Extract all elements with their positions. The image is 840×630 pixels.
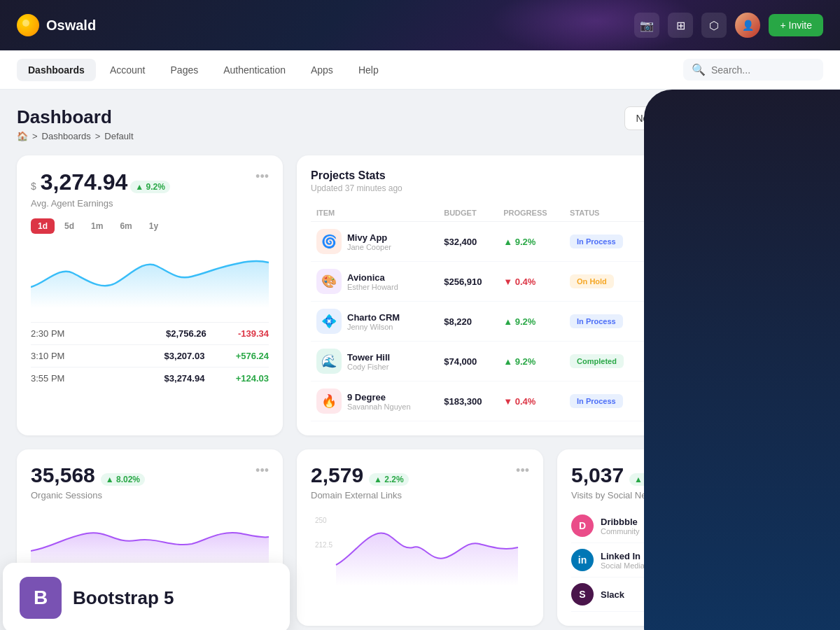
domain-chart: 250 212.5 (311, 509, 529, 593)
search-icon: 🔍 (692, 63, 706, 76)
cell-chart (643, 302, 715, 342)
earnings-label: Avg. Agent Earnings (31, 198, 170, 209)
page-header: Dashboard 🏠 > Dashboards > Default New P… (17, 106, 767, 141)
domain-amount-row: 2,579 ▲ 2.2% (311, 463, 409, 487)
share-icon[interactable]: ⬡ (701, 13, 727, 38)
cell-budget: $32,400 (438, 222, 498, 262)
tab-1d[interactable]: 1d (31, 218, 55, 234)
earnings-header: $ 3,274.94 ▲ 9.2% Avg. Agent Earnings (31, 169, 170, 218)
social-more-icon[interactable]: ••• (740, 463, 753, 478)
cell-view[interactable]: → (716, 302, 753, 342)
earnings-row-2: 3:10 PM $3,207.03 +576.24 (31, 344, 269, 367)
social-name: Slack (601, 589, 692, 600)
projects-header: Projects Stats Updated 37 minutes ago Hi… (311, 169, 753, 193)
view-button[interactable]: → (722, 391, 741, 411)
more-icon[interactable]: ••• (255, 169, 269, 184)
invite-button[interactable]: + Invite (769, 14, 823, 36)
cell-item: 🎨 Avionica Esther Howard (311, 262, 438, 302)
tab-1m[interactable]: 1m (84, 218, 110, 234)
header-actions: New Project Reports (624, 106, 768, 130)
grid-icon[interactable]: ⊞ (668, 13, 693, 38)
svg-text:212.5: 212.5 (315, 541, 332, 549)
cell-view[interactable]: → (716, 382, 753, 421)
logo-icon (17, 14, 39, 36)
social-badge: ▲ 0.2% (713, 588, 753, 601)
projects-updated: Updated 37 minutes ago (311, 183, 402, 193)
reports-button[interactable]: Reports (708, 107, 767, 130)
earnings-row-3: 3:55 PM $3,274.94 +124.03 (31, 367, 269, 389)
cell-budget: $74,000 (438, 342, 498, 382)
tab-5d[interactable]: 5d (57, 218, 81, 234)
earnings-card: $ 3,274.94 ▲ 9.2% Avg. Agent Earnings ••… (17, 155, 283, 435)
earnings-chart (31, 245, 269, 311)
title-section: Dashboard 🏠 > Dashboards > Default (17, 106, 134, 141)
cell-item: 🌀 Mivy App Jane Cooper (311, 222, 438, 262)
view-button[interactable]: → (722, 232, 741, 251)
nav-account[interactable]: Account (99, 59, 157, 81)
cell-progress: ▲ 9.2% (498, 222, 564, 262)
new-project-button[interactable]: New Project (624, 106, 701, 130)
view-button[interactable]: → (722, 312, 741, 331)
social-sub: Community (601, 527, 692, 536)
social-name: Linked In (601, 551, 683, 561)
content-area: Dashboard 🏠 > Dashboards > Default New P… (0, 90, 840, 630)
social-count: 794 (692, 589, 708, 600)
cell-item: 💠 Charto CRM Jenny Wilson (311, 302, 438, 342)
currency-symbol: $ (31, 181, 36, 192)
page-title: Dashboard (17, 106, 134, 128)
view-button[interactable]: → (722, 351, 741, 371)
breadcrumb-default: Default (104, 131, 133, 141)
col-chart: CHART (643, 204, 715, 222)
bootstrap-promo: B Bootstrap 5 (3, 563, 290, 630)
breadcrumb: 🏠 > Dashboards > Default (17, 131, 134, 141)
domain-label: Domain External Links (311, 490, 529, 500)
domain-badge: ▲ 2.2% (369, 473, 409, 486)
nav-dashboards[interactable]: Dashboards (17, 59, 96, 81)
social-info: Slack (601, 589, 692, 600)
cell-chart (643, 262, 715, 302)
cell-status: In Process (564, 302, 643, 342)
cell-status: In Process (564, 382, 643, 421)
domain-more-icon[interactable]: ••• (516, 463, 529, 478)
sessions-more-icon[interactable]: ••• (255, 463, 269, 478)
organic-sessions-card: 35,568 ▲ 8.02% ••• Organic Sessions (17, 449, 283, 626)
table-row: 💠 Charto CRM Jenny Wilson $8,220 ▲ 9.2% … (311, 302, 753, 342)
nav-help[interactable]: Help (347, 59, 390, 81)
camera-icon[interactable]: 📷 (634, 13, 659, 38)
social-badge: ▲ 2.2% (629, 473, 669, 486)
cell-view[interactable]: → (716, 222, 753, 262)
history-button[interactable]: History (709, 169, 753, 188)
search-input[interactable] (711, 64, 815, 76)
earnings-value: 3,274.94 (41, 169, 128, 195)
secondary-nav: Dashboards Account Pages Authentication … (0, 50, 840, 90)
time-2: 3:10 PM (31, 351, 133, 361)
nav-pages[interactable]: Pages (160, 59, 210, 81)
earnings-badge: ▲ 9.2% (130, 181, 170, 193)
avatar[interactable]: 👤 (735, 13, 760, 38)
domain-links-card: 2,579 ▲ 2.2% ••• Domain External Links 2… (297, 449, 543, 626)
social-value: 5,037 (571, 463, 624, 487)
topbar: Oswald 📷 ⊞ ⬡ 👤 + Invite (0, 0, 840, 50)
nav-authentication[interactable]: Authentication (212, 59, 297, 81)
nav-apps[interactable]: Apps (300, 59, 344, 81)
cell-budget: $183,300 (438, 382, 498, 421)
cell-view[interactable]: → (716, 262, 753, 302)
sessions-amount-row: 35,568 ▲ 8.02% (31, 463, 145, 487)
social-icon: in (571, 549, 594, 571)
sessions-header: 35,568 ▲ 8.02% ••• (31, 463, 269, 487)
breadcrumb-home: 🏠 (17, 131, 28, 141)
change-3: +124.03 (236, 373, 269, 384)
social-item: S Slack 794 ▲ 0.2% (571, 578, 753, 612)
sessions-value: 35,568 (31, 463, 95, 487)
cell-status: In Process (564, 222, 643, 262)
tab-1y[interactable]: 1y (142, 218, 165, 234)
view-button[interactable]: → (722, 272, 741, 291)
breadcrumb-dashboards: Dashboards (42, 131, 91, 141)
cell-view[interactable]: → (716, 342, 753, 382)
social-item: in Linked In Social Media 1,088 ▼ 0.4% (571, 543, 753, 578)
projects-table: ITEM BUDGET PROGRESS STATUS CHART VIEW 🌀… (311, 204, 753, 421)
cell-status: On Hold (564, 262, 643, 302)
cell-progress: ▼ 0.4% (498, 382, 564, 421)
col-status: STATUS (564, 204, 643, 222)
tab-6m[interactable]: 6m (113, 218, 139, 234)
